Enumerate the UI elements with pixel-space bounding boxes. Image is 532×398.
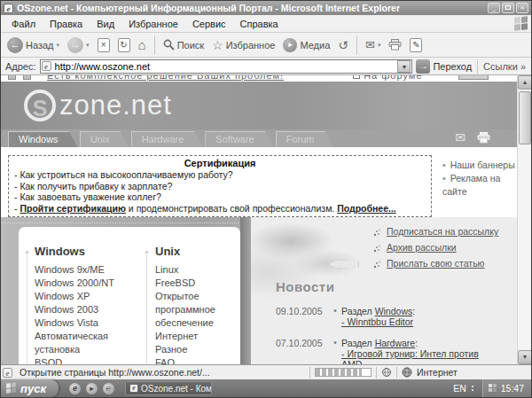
nav-link[interactable]: Автоматическая установка	[35, 330, 137, 356]
close-button[interactable]: ×	[516, 3, 528, 13]
subscribe-link[interactable]: Архив рассылки	[387, 242, 457, 254]
links-button[interactable]: Ссылки »	[477, 59, 529, 74]
clock-area[interactable]: 15:47	[482, 379, 531, 397]
stop-button[interactable]: ×	[95, 36, 113, 54]
home-button[interactable]: ⌂	[136, 36, 149, 54]
favorites-button[interactable]: ☆ Избранное	[209, 36, 278, 54]
site-logo[interactable]: S zone.net	[24, 90, 172, 121]
marquee-icon	[8, 75, 16, 80]
menu-item[interactable]: Избранное	[121, 17, 185, 31]
site-tab[interactable]: Unix	[80, 131, 129, 147]
start-button[interactable]: пуск	[1, 379, 59, 397]
news-panel: Подписаться на рассылку Архив рассылки	[251, 217, 517, 364]
nav-link[interactable]: Windows XP	[35, 290, 137, 303]
news-bullet-icon: •	[329, 306, 341, 316]
marquee-link[interactable]: Есть комплексное решение Ваших проблем!	[47, 75, 284, 81]
internet-globe-icon	[402, 367, 412, 378]
history-button[interactable]: ↺	[335, 36, 351, 54]
news-detail-link[interactable]: - Игровой турнир: Интел против AMD	[341, 348, 479, 364]
site-tabs: WindowsUnixHardwareSoftwareForum ✉	[1, 129, 517, 147]
refresh-button[interactable]: ↻	[115, 36, 133, 54]
quicklaunch-messenger-icon[interactable]: ℮	[103, 383, 114, 394]
forward-button[interactable]: → ▾	[65, 35, 92, 55]
quicklaunch-ie-icon[interactable]: e	[69, 383, 81, 394]
certification-box: Сертификация - Как устроиться на высокоо…	[8, 155, 432, 217]
vertical-scrollbar[interactable]: ▲ ▼	[517, 75, 531, 364]
nav-link[interactable]: Linux	[155, 263, 239, 277]
nav-link[interactable]: Windows 2003	[35, 303, 137, 316]
marquee-button[interactable]	[458, 75, 489, 80]
menu-item[interactable]: Правка	[43, 17, 90, 31]
progress-bar	[315, 368, 372, 377]
subscribe-link[interactable]: Прислать свою статью	[387, 258, 484, 269]
site-link[interactable]: Реклама на сайте	[442, 172, 517, 199]
nav-link[interactable]: Интернет	[155, 330, 239, 343]
nav-box: ▲▼ ▲▼ Windows Windows 9x/MEWindows 2000/…	[19, 227, 240, 364]
marquee-icon	[23, 75, 31, 80]
nav-link[interactable]: BSOD	[35, 356, 137, 364]
taskbar: пуск e ▸ ℮ e OSzone.net - Комп... EN 15:…	[1, 379, 531, 397]
edit-button[interactable]: ✎	[407, 36, 425, 54]
site-link[interactable]: Наши баннеры	[442, 159, 517, 172]
mail-dropdown-icon[interactable]: ▾	[378, 42, 381, 49]
news-section-link[interactable]: Windows	[375, 306, 413, 316]
menu-item[interactable]: Справка	[233, 17, 286, 31]
media-button[interactable]: ▸ Медиа	[280, 36, 332, 54]
nav-link[interactable]: Разное	[155, 343, 239, 356]
window-title: OSzone.net - Компьютерный Информационный…	[17, 3, 486, 13]
news-item: 09.10.2005 • Раздел Windows: - Winntbbu …	[276, 306, 513, 327]
nav-link[interactable]: FreeBSD	[155, 277, 239, 290]
minimize-button[interactable]: _	[488, 3, 500, 13]
address-bar: Адрес: e ▼ → Переход Ссылки »	[1, 58, 531, 75]
taskbar-task-button[interactable]: e OSzone.net - Комп...	[125, 381, 212, 395]
nav-link[interactable]: Windows 2000/NT	[35, 277, 137, 290]
language-indicator[interactable]: EN	[448, 383, 472, 394]
tray-indicator-icon[interactable]	[472, 386, 473, 391]
nav-column-title: Unix	[155, 245, 239, 258]
title-bar: e OSzone.net - Компьютерный Информационн…	[1, 1, 531, 15]
forward-dropdown-icon[interactable]: ▾	[86, 42, 90, 49]
menu-item[interactable]: Сервис	[185, 17, 233, 31]
news-section-link[interactable]: Hardware	[375, 338, 416, 348]
nav-link[interactable]: FAQ	[155, 356, 239, 364]
more-link[interactable]: Подробнее...	[337, 203, 396, 214]
logo-text: zone.net	[59, 90, 172, 121]
scrollbar-thumb[interactable]	[519, 91, 531, 144]
nav-link[interactable]: Windows 9x/ME	[35, 263, 137, 277]
site-tab[interactable]: Forum	[276, 131, 334, 147]
back-button[interactable]: ← Назад ▾	[4, 35, 62, 55]
news-detail-link[interactable]: - Winntbbu Editor	[341, 316, 413, 327]
go-button[interactable]: → Переход	[416, 59, 473, 74]
subscribe-links: Подписаться на рассылку Архив рассылки	[373, 226, 513, 269]
mail-icon: ✉	[365, 38, 375, 51]
restore-button[interactable]	[502, 3, 514, 13]
address-input[interactable]	[55, 61, 398, 72]
forum-checkbox[interactable]	[353, 75, 360, 79]
search-button[interactable]: Поиск	[160, 37, 207, 52]
news-title: Новости	[276, 279, 334, 294]
nav-link[interactable]: Открытое программное обеспечение	[155, 290, 239, 330]
menu-item[interactable]: Вид	[90, 17, 121, 31]
certification-link[interactable]: Пройти сертификацию	[20, 203, 126, 214]
email-page-icon[interactable]: ✉	[455, 130, 466, 144]
mail-button[interactable]: ✉ ▾	[363, 36, 383, 53]
site-tab[interactable]: Software	[205, 131, 273, 147]
print-button[interactable]	[386, 37, 404, 52]
links-chevron-icon: »	[520, 61, 526, 72]
scroll-up-button[interactable]: ▲	[518, 75, 532, 90]
site-tab[interactable]: Windows	[8, 131, 78, 147]
news-prefix: Раздел	[341, 306, 375, 316]
nav-link[interactable]: Windows Vista	[35, 316, 137, 330]
nav-column-unix: Unix LinuxFreeBSDОткрытое программное об…	[155, 245, 239, 364]
site-tab[interactable]: Hardware	[131, 131, 204, 147]
print-page-icon[interactable]	[477, 132, 490, 144]
links-label: Ссылки	[483, 61, 518, 72]
address-dropdown-icon[interactable]: ▼	[397, 60, 411, 73]
news-item: 07.10.2005 • Раздел Hardware: - Игровой …	[276, 338, 513, 364]
certification-question: - Как завоевать уважение коллег?	[14, 191, 426, 203]
scroll-down-button[interactable]: ▼	[518, 350, 532, 364]
menu-item[interactable]: Файл	[4, 17, 43, 31]
subscribe-link[interactable]: Подписаться на рассылку	[387, 226, 498, 238]
quicklaunch-mediaplayer-icon[interactable]: ▸	[86, 383, 98, 394]
back-dropdown-icon[interactable]: ▾	[57, 42, 60, 49]
